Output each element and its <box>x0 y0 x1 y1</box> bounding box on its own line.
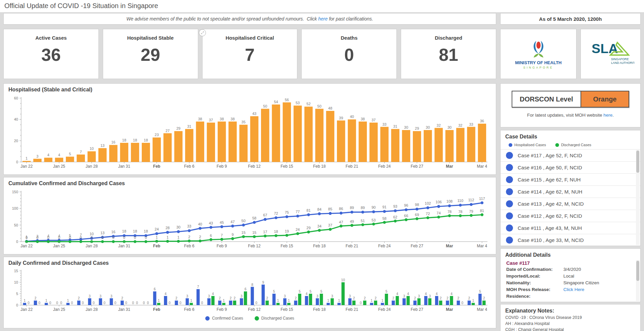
case-row-label: Case #115 , Age 62, F, NUH <box>518 177 581 182</box>
dorscon-note-period: . <box>612 113 614 118</box>
daily-chart-title: Daily Confirmed and Discharged Cases <box>4 257 496 266</box>
svg-text:7: 7 <box>197 285 199 289</box>
svg-text:2: 2 <box>78 296 80 300</box>
legend-item: Hospitalised Cases <box>509 143 546 147</box>
case-row[interactable]: Case #115 , Age 62, F, NUH <box>501 173 640 185</box>
stat-value: 0 <box>302 45 396 65</box>
title-bar: Official Update of COVID -19 Situation i… <box>0 0 644 13</box>
svg-text:0: 0 <box>71 301 73 305</box>
advisory-here-link[interactable]: here <box>318 16 328 22</box>
svg-text:3: 3 <box>418 294 420 298</box>
svg-text:Feb 15: Feb 15 <box>281 307 293 312</box>
legend-dot-icon <box>509 143 512 147</box>
svg-text:Feb 21: Feb 21 <box>346 244 358 248</box>
svg-text:Feb 9: Feb 9 <box>217 164 227 169</box>
svg-text:2: 2 <box>175 296 177 300</box>
additional-details-scrollbar[interactable] <box>636 260 640 301</box>
svg-text:29: 29 <box>306 226 310 230</box>
svg-text:4: 4 <box>407 292 409 296</box>
case-row[interactable]: Case #111 , Age 43, M, NUH <box>501 222 640 234</box>
svg-text:Feb 6: Feb 6 <box>184 164 195 169</box>
case-row[interactable]: Case #113 , Age 42, M, NCID <box>501 198 640 210</box>
dorscon-panel: DORSCON Level Orange For latest updates,… <box>500 83 641 127</box>
svg-text:0: 0 <box>26 236 28 240</box>
case-row[interactable]: Case #117 , Age 52, F, NCID <box>501 149 640 161</box>
scrollbar-thumb[interactable] <box>636 151 639 173</box>
stat-value: 36 <box>4 45 98 65</box>
svg-text:2: 2 <box>364 296 366 300</box>
svg-text:2: 2 <box>230 296 232 300</box>
svg-text:5: 5 <box>320 290 323 293</box>
svg-text:77: 77 <box>296 210 300 214</box>
hospitalised-case-dot-icon <box>506 212 513 219</box>
svg-text:43: 43 <box>209 221 213 225</box>
legend-label: Discharged Cases <box>261 316 294 321</box>
svg-text:1: 1 <box>223 299 225 302</box>
daily-chart-legend: Confirmed CasesDischarged Cases <box>4 313 496 323</box>
svg-text:54: 54 <box>274 100 278 104</box>
svg-text:2: 2 <box>353 296 355 300</box>
svg-text:39: 39 <box>339 116 343 120</box>
svg-text:2: 2 <box>188 235 190 239</box>
svg-text:50: 50 <box>263 104 267 108</box>
svg-text:3: 3 <box>349 294 351 298</box>
hospitalised-case-dot-icon <box>506 224 513 232</box>
svg-text:Feb: Feb <box>153 164 160 169</box>
svg-text:53: 53 <box>372 218 376 222</box>
sla-logo-card: SLA SINGAPORE LAND AUTHORITY <box>581 29 641 79</box>
legend-dot-icon <box>255 316 259 321</box>
svg-text:3: 3 <box>111 294 113 298</box>
svg-text:1: 1 <box>167 235 169 239</box>
case-details-legend: Hospitalised CasesDischarged Cases <box>501 140 640 149</box>
svg-text:1: 1 <box>156 235 158 239</box>
svg-text:23: 23 <box>155 133 159 137</box>
stat-card-active-cases: Active Cases36 <box>3 29 99 79</box>
svg-text:31: 31 <box>187 124 191 128</box>
svg-text:60: 60 <box>14 96 18 100</box>
svg-text:3: 3 <box>331 294 333 298</box>
svg-text:0: 0 <box>179 301 181 305</box>
svg-text:17: 17 <box>263 230 267 234</box>
svg-text:1: 1 <box>472 299 474 302</box>
svg-text:52: 52 <box>306 102 310 106</box>
svg-text:4: 4 <box>425 292 427 296</box>
dorscon-label: DORSCON Level <box>512 91 581 107</box>
scrollbar-thumb[interactable] <box>636 261 639 281</box>
svg-text:50: 50 <box>242 219 246 223</box>
svg-text:2: 2 <box>483 296 485 300</box>
moh-website-link[interactable]: here <box>603 113 612 118</box>
svg-text:5: 5 <box>479 290 481 293</box>
case-row[interactable]: Case #110 , Age 33, M, NCID <box>501 234 640 246</box>
svg-text:Jan 31: Jan 31 <box>118 244 130 248</box>
svg-text:0: 0 <box>103 301 105 305</box>
svg-text:Feb 18: Feb 18 <box>313 307 326 312</box>
svg-text:112: 112 <box>468 198 474 202</box>
case-row[interactable]: Case #114 , Age 62, M, NUH <box>501 185 640 198</box>
svg-text:Feb 27: Feb 27 <box>411 307 424 312</box>
svg-text:89: 89 <box>361 206 365 210</box>
case-row[interactable]: Case #112 , Age 62, F, NCID <box>501 210 640 222</box>
stats-row: Active Cases36Hospitalised Stable29Hospi… <box>3 29 496 79</box>
svg-text:53: 53 <box>296 101 300 105</box>
svg-text:150: 150 <box>12 190 18 194</box>
svg-text:1: 1 <box>177 235 179 239</box>
case-row[interactable]: Case #116 , Age 50, F, NCID <box>501 161 640 173</box>
svg-text:Feb 6: Feb 6 <box>184 244 195 248</box>
dorscon-note-text: For latest updates, visit MOH website <box>527 113 603 118</box>
svg-text:LAND AUTHORITY: LAND AUTHORITY <box>611 61 634 64</box>
svg-text:37: 37 <box>372 118 376 122</box>
moh-logo-icon <box>529 39 548 59</box>
svg-text:4: 4 <box>212 292 214 296</box>
press-release-link[interactable]: Click Here <box>563 287 631 293</box>
legend-label: Confirmed Cases <box>212 316 243 321</box>
legend-label: Discharged Cases <box>561 143 591 147</box>
svg-text:0: 0 <box>82 301 84 305</box>
expand-icon[interactable]: ⤢ <box>199 29 206 36</box>
svg-text:0: 0 <box>145 236 147 240</box>
advisory-text-after: for past clarifications. <box>328 16 373 22</box>
case-list-scrollbar[interactable] <box>636 150 640 245</box>
svg-text:Jan 28: Jan 28 <box>86 164 98 169</box>
svg-text:Feb 21: Feb 21 <box>346 164 358 169</box>
svg-text:33: 33 <box>187 224 191 228</box>
explanatory-notes-title: Explanatory Notes: <box>501 304 640 314</box>
